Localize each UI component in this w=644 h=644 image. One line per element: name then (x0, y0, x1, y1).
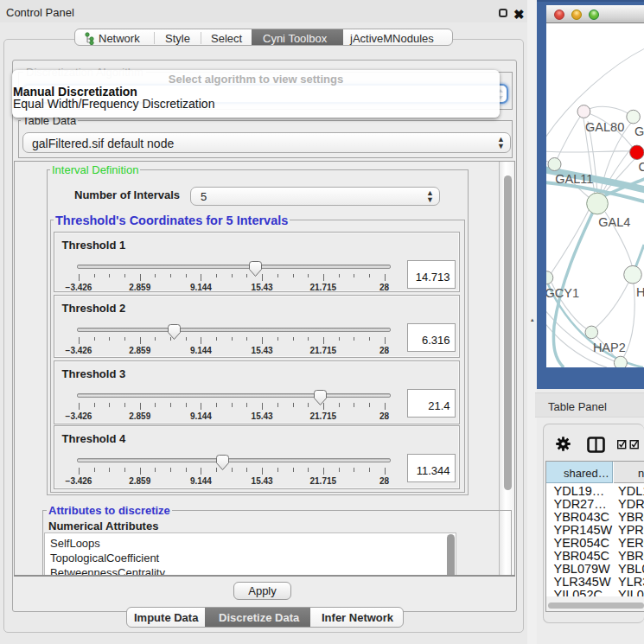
svg-text:GAL4: GAL4 (598, 215, 630, 229)
svg-text:GAL11: GAL11 (555, 172, 593, 186)
svg-text:GCY1: GCY1 (546, 286, 579, 300)
svg-text:G.: G. (634, 124, 644, 138)
svg-text:H: H (636, 285, 644, 299)
svg-text:GAL80: GAL80 (585, 120, 624, 134)
svg-text:C: C (639, 160, 644, 174)
svg-text:HAP2: HAP2 (593, 341, 626, 354)
